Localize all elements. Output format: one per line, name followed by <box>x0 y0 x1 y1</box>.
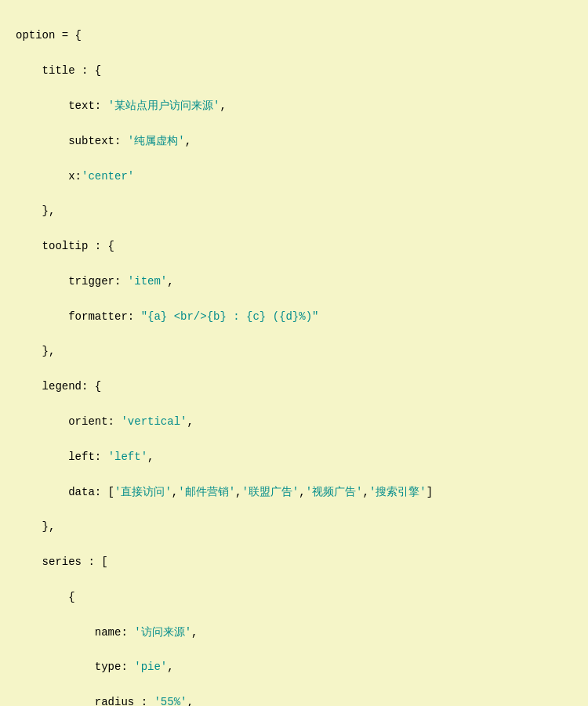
line-4: subtext: '纯属虚构', <box>16 132 572 150</box>
line-12: orient: 'vertical', <box>16 413 572 430</box>
line-5: x:'center' <box>16 168 572 185</box>
line-17: { <box>16 588 572 606</box>
line-15: }, <box>16 518 572 535</box>
line-10: }, <box>16 342 572 360</box>
line-7: tooltip : { <box>16 237 572 255</box>
line-19: type: 'pie', <box>16 658 572 675</box>
line-18: name: '访问来源', <box>16 624 572 641</box>
line-8: trigger: 'item', <box>16 273 572 290</box>
line-20: radius : '55%', <box>16 693 572 706</box>
line-13: left: 'left', <box>16 448 572 465</box>
line-1: option = { <box>16 27 572 44</box>
line-16: series : [ <box>16 553 572 570</box>
line-6: }, <box>16 202 572 219</box>
line-2: title : { <box>16 62 572 79</box>
line-14: data: ['直接访问','邮件营销','联盟广告','视频广告','搜索引擎… <box>16 483 572 501</box>
code-block: option = { title : { text: '某站点用户访问来源', … <box>0 6 588 706</box>
line-11: legend: { <box>16 378 572 395</box>
line-3: text: '某站点用户访问来源', <box>16 97 572 114</box>
line-9: formatter: "{a} <br/>{b} : {c} ({d}%)" <box>16 308 572 325</box>
